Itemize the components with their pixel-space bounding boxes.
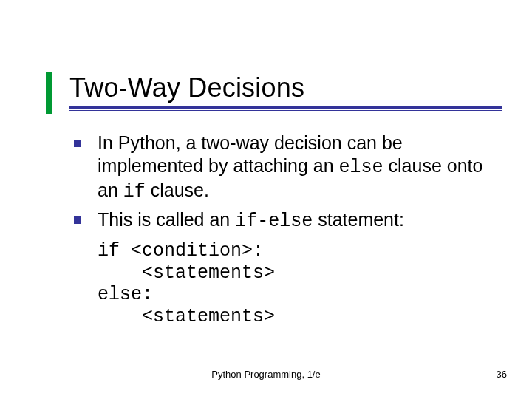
slide: Two-Way Decisions In Python, a two-way d… xyxy=(0,0,532,399)
code-block: if <condition>: <statements> else: <stat… xyxy=(98,240,495,327)
slide-title: Two-Way Decisions xyxy=(69,72,502,103)
slide-body: In Python, a two-way decision can be imp… xyxy=(74,132,495,327)
bullet-text: This is called an if-else statement: xyxy=(98,208,404,233)
title-underline-thick xyxy=(69,106,502,109)
title-block: Two-Way Decisions xyxy=(69,72,502,111)
footer-page-number: 36 xyxy=(497,369,507,380)
title-accent-bar xyxy=(46,72,52,114)
footer-center-text: Python Programming, 1/e xyxy=(0,369,532,380)
square-bullet-icon xyxy=(74,216,81,224)
square-bullet-icon xyxy=(74,140,81,147)
title-underline-thin xyxy=(69,110,502,111)
bullet-item: This is called an if-else statement: xyxy=(74,208,495,233)
bullet-item: In Python, a two-way decision can be imp… xyxy=(74,132,495,204)
bullet-text: In Python, a two-way decision can be imp… xyxy=(98,132,495,204)
